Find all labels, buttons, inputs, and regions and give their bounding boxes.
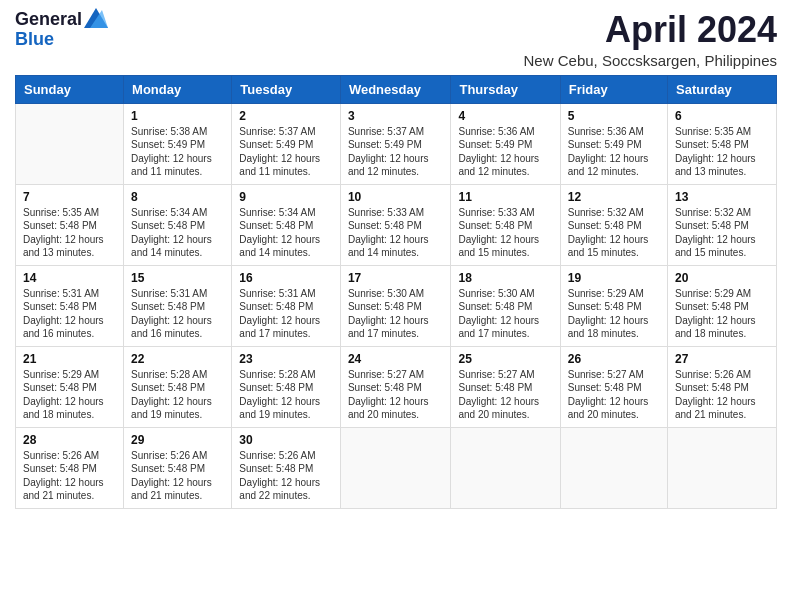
calendar: Sunday Monday Tuesday Wednesday Thursday… [15, 75, 777, 509]
day-info: Sunrise: 5:31 AM Sunset: 5:48 PM Dayligh… [23, 287, 116, 341]
day-info: Sunrise: 5:38 AM Sunset: 5:49 PM Dayligh… [131, 125, 224, 179]
day-number: 8 [131, 190, 224, 204]
calendar-row-2: 7Sunrise: 5:35 AM Sunset: 5:48 PM Daylig… [16, 184, 777, 265]
day-info: Sunrise: 5:29 AM Sunset: 5:48 PM Dayligh… [568, 287, 660, 341]
calendar-cell: 25Sunrise: 5:27 AM Sunset: 5:48 PM Dayli… [451, 346, 560, 427]
calendar-cell [560, 427, 667, 508]
logo-general: General [15, 10, 82, 30]
logo-icon [84, 8, 108, 28]
calendar-cell: 9Sunrise: 5:34 AM Sunset: 5:48 PM Daylig… [232, 184, 341, 265]
day-info: Sunrise: 5:26 AM Sunset: 5:48 PM Dayligh… [239, 449, 333, 503]
day-number: 11 [458, 190, 552, 204]
calendar-cell [340, 427, 451, 508]
day-number: 25 [458, 352, 552, 366]
day-info: Sunrise: 5:26 AM Sunset: 5:48 PM Dayligh… [131, 449, 224, 503]
col-tuesday: Tuesday [232, 75, 341, 103]
day-number: 28 [23, 433, 116, 447]
day-info: Sunrise: 5:33 AM Sunset: 5:48 PM Dayligh… [348, 206, 444, 260]
calendar-cell: 24Sunrise: 5:27 AM Sunset: 5:48 PM Dayli… [340, 346, 451, 427]
calendar-cell: 30Sunrise: 5:26 AM Sunset: 5:48 PM Dayli… [232, 427, 341, 508]
calendar-cell: 20Sunrise: 5:29 AM Sunset: 5:48 PM Dayli… [668, 265, 777, 346]
calendar-cell [451, 427, 560, 508]
calendar-cell: 2Sunrise: 5:37 AM Sunset: 5:49 PM Daylig… [232, 103, 341, 184]
title-area: April 2024 New Cebu, Soccsksargen, Phili… [524, 10, 777, 69]
calendar-cell: 29Sunrise: 5:26 AM Sunset: 5:48 PM Dayli… [124, 427, 232, 508]
page: General Blue April 2024 New Cebu, Soccsk… [0, 0, 792, 524]
day-number: 6 [675, 109, 769, 123]
col-friday: Friday [560, 75, 667, 103]
calendar-cell: 6Sunrise: 5:35 AM Sunset: 5:48 PM Daylig… [668, 103, 777, 184]
day-number: 10 [348, 190, 444, 204]
day-number: 24 [348, 352, 444, 366]
day-number: 15 [131, 271, 224, 285]
col-sunday: Sunday [16, 75, 124, 103]
day-info: Sunrise: 5:31 AM Sunset: 5:48 PM Dayligh… [239, 287, 333, 341]
day-number: 22 [131, 352, 224, 366]
calendar-cell: 8Sunrise: 5:34 AM Sunset: 5:48 PM Daylig… [124, 184, 232, 265]
day-info: Sunrise: 5:34 AM Sunset: 5:48 PM Dayligh… [131, 206, 224, 260]
col-monday: Monday [124, 75, 232, 103]
calendar-cell: 22Sunrise: 5:28 AM Sunset: 5:48 PM Dayli… [124, 346, 232, 427]
calendar-cell: 13Sunrise: 5:32 AM Sunset: 5:48 PM Dayli… [668, 184, 777, 265]
calendar-cell: 23Sunrise: 5:28 AM Sunset: 5:48 PM Dayli… [232, 346, 341, 427]
day-info: Sunrise: 5:33 AM Sunset: 5:48 PM Dayligh… [458, 206, 552, 260]
col-thursday: Thursday [451, 75, 560, 103]
main-title: April 2024 [524, 10, 777, 50]
calendar-cell: 12Sunrise: 5:32 AM Sunset: 5:48 PM Dayli… [560, 184, 667, 265]
day-number: 20 [675, 271, 769, 285]
day-info: Sunrise: 5:37 AM Sunset: 5:49 PM Dayligh… [239, 125, 333, 179]
day-info: Sunrise: 5:32 AM Sunset: 5:48 PM Dayligh… [568, 206, 660, 260]
day-info: Sunrise: 5:31 AM Sunset: 5:48 PM Dayligh… [131, 287, 224, 341]
logo-text: General Blue [15, 10, 108, 50]
day-number: 29 [131, 433, 224, 447]
day-info: Sunrise: 5:27 AM Sunset: 5:48 PM Dayligh… [458, 368, 552, 422]
col-saturday: Saturday [668, 75, 777, 103]
day-number: 21 [23, 352, 116, 366]
calendar-cell: 17Sunrise: 5:30 AM Sunset: 5:48 PM Dayli… [340, 265, 451, 346]
calendar-cell: 26Sunrise: 5:27 AM Sunset: 5:48 PM Dayli… [560, 346, 667, 427]
day-info: Sunrise: 5:35 AM Sunset: 5:48 PM Dayligh… [23, 206, 116, 260]
calendar-cell: 7Sunrise: 5:35 AM Sunset: 5:48 PM Daylig… [16, 184, 124, 265]
calendar-cell: 4Sunrise: 5:36 AM Sunset: 5:49 PM Daylig… [451, 103, 560, 184]
subtitle: New Cebu, Soccsksargen, Philippines [524, 52, 777, 69]
calendar-cell [16, 103, 124, 184]
calendar-cell: 14Sunrise: 5:31 AM Sunset: 5:48 PM Dayli… [16, 265, 124, 346]
day-number: 7 [23, 190, 116, 204]
day-info: Sunrise: 5:37 AM Sunset: 5:49 PM Dayligh… [348, 125, 444, 179]
day-info: Sunrise: 5:29 AM Sunset: 5:48 PM Dayligh… [675, 287, 769, 341]
day-number: 3 [348, 109, 444, 123]
day-number: 13 [675, 190, 769, 204]
day-info: Sunrise: 5:36 AM Sunset: 5:49 PM Dayligh… [568, 125, 660, 179]
calendar-cell: 3Sunrise: 5:37 AM Sunset: 5:49 PM Daylig… [340, 103, 451, 184]
day-number: 30 [239, 433, 333, 447]
day-info: Sunrise: 5:36 AM Sunset: 5:49 PM Dayligh… [458, 125, 552, 179]
calendar-cell [668, 427, 777, 508]
calendar-cell: 27Sunrise: 5:26 AM Sunset: 5:48 PM Dayli… [668, 346, 777, 427]
calendar-cell: 28Sunrise: 5:26 AM Sunset: 5:48 PM Dayli… [16, 427, 124, 508]
day-info: Sunrise: 5:27 AM Sunset: 5:48 PM Dayligh… [348, 368, 444, 422]
calendar-header-row: Sunday Monday Tuesday Wednesday Thursday… [16, 75, 777, 103]
col-wednesday: Wednesday [340, 75, 451, 103]
day-number: 5 [568, 109, 660, 123]
calendar-row-3: 14Sunrise: 5:31 AM Sunset: 5:48 PM Dayli… [16, 265, 777, 346]
calendar-cell: 19Sunrise: 5:29 AM Sunset: 5:48 PM Dayli… [560, 265, 667, 346]
calendar-cell: 10Sunrise: 5:33 AM Sunset: 5:48 PM Dayli… [340, 184, 451, 265]
day-number: 14 [23, 271, 116, 285]
day-number: 26 [568, 352, 660, 366]
day-info: Sunrise: 5:35 AM Sunset: 5:48 PM Dayligh… [675, 125, 769, 179]
calendar-cell: 16Sunrise: 5:31 AM Sunset: 5:48 PM Dayli… [232, 265, 341, 346]
calendar-row-1: 1Sunrise: 5:38 AM Sunset: 5:49 PM Daylig… [16, 103, 777, 184]
calendar-row-4: 21Sunrise: 5:29 AM Sunset: 5:48 PM Dayli… [16, 346, 777, 427]
day-number: 9 [239, 190, 333, 204]
day-number: 19 [568, 271, 660, 285]
logo-area: General Blue [15, 10, 108, 50]
day-info: Sunrise: 5:26 AM Sunset: 5:48 PM Dayligh… [675, 368, 769, 422]
day-info: Sunrise: 5:28 AM Sunset: 5:48 PM Dayligh… [131, 368, 224, 422]
calendar-cell: 5Sunrise: 5:36 AM Sunset: 5:49 PM Daylig… [560, 103, 667, 184]
day-info: Sunrise: 5:27 AM Sunset: 5:48 PM Dayligh… [568, 368, 660, 422]
day-number: 2 [239, 109, 333, 123]
header: General Blue April 2024 New Cebu, Soccsk… [15, 10, 777, 69]
calendar-cell: 21Sunrise: 5:29 AM Sunset: 5:48 PM Dayli… [16, 346, 124, 427]
calendar-cell: 15Sunrise: 5:31 AM Sunset: 5:48 PM Dayli… [124, 265, 232, 346]
day-info: Sunrise: 5:32 AM Sunset: 5:48 PM Dayligh… [675, 206, 769, 260]
